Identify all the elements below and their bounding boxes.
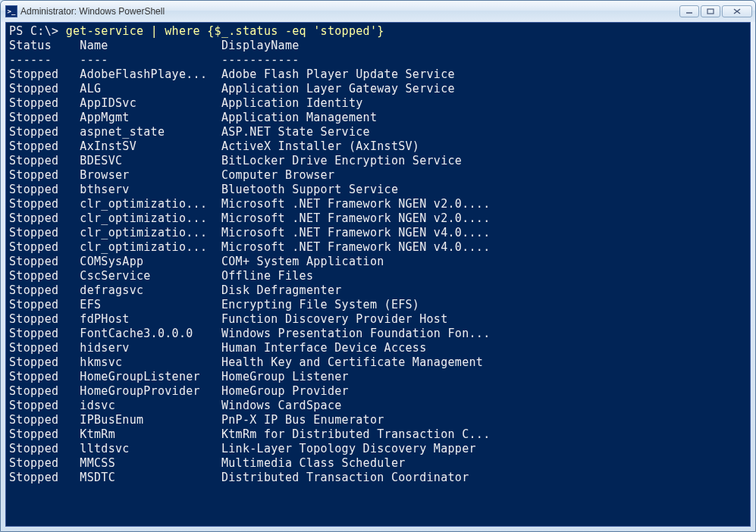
service-row: Stopped AppMgmt Application Management (9, 111, 747, 125)
cell-name: MMCSS (80, 456, 221, 470)
cell-status: Stopped (9, 154, 80, 167)
cell-status: Stopped (9, 399, 80, 412)
minimize-button[interactable] (679, 5, 699, 17)
cell-name: MSDTC (80, 471, 221, 484)
service-row: Stopped MSDTC Distributed Transaction Co… (9, 471, 747, 485)
cell-name: bthserv (80, 183, 221, 196)
service-row: Stopped HomeGroupProvider HomeGroup Prov… (9, 384, 747, 399)
console-area[interactable]: PS C:\> get-service | where {$_.status -… (5, 22, 751, 527)
cell-displayname: Windows Presentation Foundation Fon... (221, 327, 491, 340)
cell-status: Stopped (9, 370, 80, 383)
cell-status: Stopped (9, 255, 80, 268)
service-row: Stopped ALG Application Layer Gateway Se… (9, 82, 747, 96)
close-button[interactable] (722, 5, 752, 17)
service-row: Stopped AdobeFlashPlaye... Adobe Flash P… (9, 67, 747, 82)
cell-status: Stopped (9, 427, 80, 441)
prompt-text: PS C:\> (9, 24, 66, 38)
service-row: Stopped aspnet_state ASP.NET State Servi… (9, 125, 747, 139)
svg-rect-1 (707, 9, 714, 14)
window-buttons (679, 5, 752, 17)
underline-name: ---- (80, 53, 221, 67)
cell-name: fdPHost (80, 312, 221, 326)
service-row: Stopped COMSysApp COM+ System Applicatio… (9, 255, 747, 269)
cell-status: Stopped (9, 413, 80, 427)
cell-name: CscService (80, 269, 221, 283)
cell-name: clr_optimizatio... (80, 240, 221, 254)
cell-displayname: Application Management (221, 111, 377, 124)
service-row: Stopped KtmRm KtmRm for Distributed Tran… (9, 427, 747, 442)
service-row: Stopped hidserv Human Interface Device A… (9, 341, 747, 355)
cell-status: Stopped (9, 183, 80, 196)
service-row: Stopped AxInstSV ActiveX Installer (AxIn… (9, 139, 747, 154)
cell-displayname: Computer Browser (221, 168, 334, 182)
service-row: Stopped lltdsvc Link-Layer Topology Disc… (9, 442, 747, 456)
cell-status: Stopped (9, 312, 80, 326)
cell-status: Stopped (9, 226, 80, 239)
cell-displayname: Disk Defragmenter (221, 283, 342, 297)
cell-name: clr_optimizatio... (80, 226, 221, 239)
cell-status: Stopped (9, 111, 80, 124)
cell-name: COMSysApp (80, 255, 221, 268)
service-row: Stopped Browser Computer Browser (9, 168, 747, 183)
titlebar[interactable]: >_ Administrator: Windows PowerShell (1, 1, 755, 22)
cell-displayname: Health Key and Certificate Management (221, 355, 483, 369)
cell-name: defragsvc (80, 283, 221, 297)
cell-displayname: HomeGroup Listener (221, 370, 349, 383)
cell-name: BDESVC (80, 154, 221, 167)
cell-name: lltdsvc (80, 442, 221, 455)
cell-name: AppIDSvc (80, 96, 221, 110)
cell-status: Stopped (9, 168, 80, 182)
cell-displayname: ASP.NET State Service (221, 125, 370, 139)
cell-status: Stopped (9, 327, 80, 340)
cell-displayname: Multimedia Class Scheduler (221, 456, 406, 470)
service-row: Stopped EFS Encrypting File System (EFS) (9, 298, 747, 312)
cell-displayname: Microsoft .NET Framework NGEN v2.0.... (221, 197, 491, 211)
cell-status: Stopped (9, 82, 80, 95)
service-row: Stopped HomeGroupListener HomeGroup List… (9, 370, 747, 384)
cell-name: HomeGroupListener (80, 370, 221, 383)
service-row: Stopped BDESVC BitLocker Drive Encryptio… (9, 154, 747, 168)
cell-displayname: Microsoft .NET Framework NGEN v4.0.... (221, 226, 491, 239)
cell-displayname: PnP-X IP Bus Enumerator (221, 413, 384, 427)
cell-displayname: Adobe Flash Player Update Service (221, 67, 455, 81)
close-icon (733, 8, 741, 14)
powershell-window: >_ Administrator: Windows PowerShell PS … (0, 0, 756, 532)
cell-displayname: Function Discovery Provider Host (221, 312, 448, 326)
service-row: Stopped hkmsvc Health Key and Certificat… (9, 355, 747, 370)
cell-name: AppMgmt (80, 111, 221, 124)
service-row: Stopped bthserv Bluetooth Support Servic… (9, 183, 747, 197)
cell-name: hkmsvc (80, 355, 221, 369)
header-displayname: DisplayName (221, 39, 300, 52)
cell-name: clr_optimizatio... (80, 197, 221, 211)
cell-displayname: KtmRm for Distributed Transaction C... (221, 427, 491, 441)
cell-status: Stopped (9, 139, 80, 153)
cell-displayname: Microsoft .NET Framework NGEN v2.0.... (221, 211, 491, 225)
service-row: Stopped AppIDSvc Application Identity (9, 96, 747, 111)
cell-status: Stopped (9, 355, 80, 369)
service-row: Stopped fdPHost Function Discovery Provi… (9, 312, 747, 327)
service-row: Stopped clr_optimizatio... Microsoft .NE… (9, 197, 747, 211)
header-name: Name (80, 39, 221, 52)
service-row: Stopped defragsvc Disk Defragmenter (9, 283, 747, 298)
maximize-button[interactable] (701, 5, 720, 17)
cell-displayname: Offline Files (221, 269, 313, 283)
cell-displayname: Microsoft .NET Framework NGEN v4.0.... (221, 240, 491, 254)
service-row: Stopped clr_optimizatio... Microsoft .NE… (9, 240, 747, 255)
underline-status: ------ (9, 53, 80, 67)
cell-name: Browser (80, 168, 221, 182)
cell-displayname: HomeGroup Provider (221, 384, 349, 398)
minimize-icon (685, 8, 693, 14)
cell-name: HomeGroupProvider (80, 384, 221, 398)
cell-displayname: Encrypting File System (EFS) (221, 298, 419, 311)
cell-displayname: Human Interface Device Access (221, 341, 427, 355)
cell-status: Stopped (9, 125, 80, 139)
prompt-line: PS C:\> get-service | where {$_.status -… (9, 24, 747, 39)
cell-status: Stopped (9, 298, 80, 311)
cell-status: Stopped (9, 211, 80, 225)
cell-displayname: Windows CardSpace (221, 399, 342, 412)
cell-displayname: BitLocker Drive Encryption Service (221, 154, 462, 167)
cell-name: EFS (80, 298, 221, 311)
cell-displayname: Distributed Transaction Coordinator (221, 471, 469, 484)
underline-displayname: ----------- (221, 53, 300, 67)
cell-name: FontCache3.0.0.0 (80, 327, 221, 340)
